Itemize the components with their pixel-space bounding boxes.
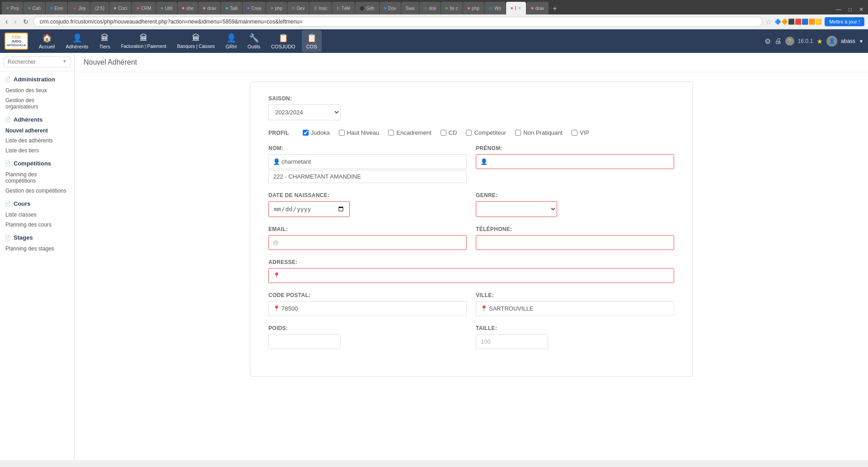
- profil-non-pratiquant[interactable]: Non Pratiquant: [515, 129, 563, 136]
- profil-encadrement[interactable]: Encadrement: [388, 129, 431, 136]
- maximize-button[interactable]: □: [846, 5, 854, 14]
- profil-cd-checkbox[interactable]: [441, 130, 446, 136]
- sidebar-item-planning-competitions[interactable]: Planning des compétitions: [0, 170, 74, 186]
- tab-active[interactable]: ■ I ✕: [506, 2, 526, 14]
- address-bar[interactable]: [33, 17, 763, 27]
- sidebar-section-adherents[interactable]: 📄 Adhérents: [0, 112, 74, 126]
- tab-dev[interactable]: D Dev: [287, 2, 309, 14]
- nom-input[interactable]: [268, 154, 467, 169]
- nav-adherents[interactable]: 👤 Adhérents: [61, 30, 93, 52]
- update-button[interactable]: Mettre à jour !: [825, 17, 864, 26]
- star-icon[interactable]: ★: [816, 37, 823, 46]
- stages-section-icon: 📄: [5, 235, 11, 241]
- reload-button[interactable]: ↻: [21, 17, 30, 26]
- tab-doli[interactable]: G doli: [419, 2, 441, 14]
- tab-jira[interactable]: ▲ Jira: [68, 2, 90, 14]
- nav-tiers[interactable]: 🏛 Tiers: [95, 31, 115, 52]
- profil-vip-checkbox[interactable]: [572, 130, 577, 136]
- profil-haut-niveau-checkbox[interactable]: [339, 130, 345, 136]
- tab-erre[interactable]: ■ Erre: [46, 2, 67, 14]
- tab-drav2[interactable]: ■ drav: [526, 2, 549, 14]
- tab-gith[interactable]: ⬤ Gith: [355, 2, 379, 14]
- tab-utili[interactable]: ■ Utili: [156, 2, 177, 14]
- ddn-input[interactable]: [268, 201, 350, 217]
- profil-judoka[interactable]: Judoka: [303, 129, 330, 136]
- tab-dov[interactable]: ■ Dov: [380, 2, 401, 14]
- cp-input[interactable]: [268, 301, 467, 316]
- profil-judoka-checkbox[interactable]: [303, 130, 309, 136]
- main-content: Nouvel Adhérent SAISON: 2022/2023 2023/2…: [75, 53, 868, 460]
- sidebar-item-nouvel-adherent[interactable]: Nouvel adherent: [0, 126, 74, 136]
- poids-field-container: POIDS:: [268, 325, 467, 349]
- print-icon[interactable]: 🖨: [774, 37, 782, 45]
- close-button[interactable]: ✕: [856, 5, 866, 14]
- sidebar-item-planning-cours[interactable]: Planning des cours: [0, 220, 74, 230]
- tab-she[interactable]: ■ she: [178, 2, 198, 14]
- tab-php2[interactable]: ■ php: [463, 2, 484, 14]
- tab-insc[interactable]: D Insc: [310, 2, 332, 14]
- nav-facturation[interactable]: 🏛 Facturation | Paiement: [117, 31, 171, 52]
- sidebar-item-liste-tiers[interactable]: Liste des tiers: [0, 146, 74, 156]
- nav-outils[interactable]: 🔧 Outils: [243, 30, 265, 52]
- profil-competiteur[interactable]: Compétiteur: [466, 129, 506, 136]
- adresse-input[interactable]: [268, 268, 674, 283]
- settings-icon[interactable]: ⚙: [765, 37, 771, 46]
- nav-accueil[interactable]: 🏠 Accueil: [34, 30, 59, 52]
- profil-non-pratiquant-checkbox[interactable]: [515, 130, 521, 136]
- tab-swa[interactable]: Swa: [401, 2, 419, 14]
- sidebar-item-planning-stages[interactable]: Planning des stages: [0, 244, 74, 254]
- tab-crea[interactable]: ■ Crea: [243, 2, 266, 14]
- sidebar-item-liste-adherents[interactable]: Liste des adhérents: [0, 136, 74, 146]
- taille-input[interactable]: [476, 334, 548, 349]
- profil-cd[interactable]: CD: [441, 129, 457, 136]
- genre-select[interactable]: Homme Femme: [476, 201, 557, 217]
- nav-cos[interactable]: 📋 COS: [302, 30, 322, 52]
- tab-cah[interactable]: ■ Cah: [23, 2, 45, 14]
- help-icon[interactable]: ?: [785, 37, 794, 46]
- back-button[interactable]: ‹: [4, 17, 9, 27]
- poids-input[interactable]: [268, 334, 341, 349]
- profil-vip[interactable]: VIP: [572, 129, 589, 136]
- new-tab-button[interactable]: +: [549, 3, 560, 14]
- nav-grh[interactable]: 👤 GRH: [221, 30, 241, 52]
- prenom-input[interactable]: [476, 154, 674, 169]
- telephone-input[interactable]: [476, 235, 674, 250]
- profil-encadrement-checkbox[interactable]: [388, 130, 394, 136]
- ville-input[interactable]: [476, 301, 674, 316]
- tab-wo[interactable]: W Wo: [484, 2, 506, 14]
- sidebar-search-container: ▼: [0, 53, 74, 71]
- tab-crm[interactable]: ■ CRM: [132, 2, 155, 14]
- nav-banques[interactable]: 🏛 Banques | Caisses: [173, 31, 219, 52]
- tab-drav[interactable]: ■ drav: [198, 2, 221, 14]
- minimize-button[interactable]: —: [833, 5, 844, 14]
- bookmark-icon[interactable]: ☆: [765, 18, 772, 26]
- tab-taili[interactable]: ■ Taili: [221, 2, 242, 14]
- tab-tele[interactable]: D Télé: [332, 2, 355, 14]
- forward-button[interactable]: ›: [12, 17, 18, 27]
- tab-ilec[interactable]: ■ Ile c: [441, 2, 463, 14]
- nav-cosjudo[interactable]: 📋 COSJUDO: [267, 30, 300, 52]
- sidebar-item-liste-classes[interactable]: Liste classes: [0, 210, 74, 220]
- sidebar-item-gestion-lieux[interactable]: Gestion des lieux: [0, 85, 74, 95]
- sidebar-item-gestion-organisateurs[interactable]: Gestion des organisateurs: [0, 95, 74, 112]
- nom-field-container: NOM: 👤 222 - CHARMETANT AMANDINE: [268, 145, 467, 183]
- search-dropdown-icon[interactable]: ▼: [62, 59, 67, 64]
- tab-coci[interactable]: ■ Coci: [109, 2, 131, 14]
- tab-php1[interactable]: ■ php: [266, 2, 287, 14]
- sidebar-section-administration[interactable]: 📄 Administration: [0, 71, 74, 85]
- profil-haut-niveau[interactable]: Haut Niveau: [339, 129, 380, 136]
- sidebar-section-cours[interactable]: 📄 Cours: [0, 196, 74, 210]
- nom-autocomplete[interactable]: 222 - CHARMETANT AMANDINE: [268, 170, 467, 183]
- search-input[interactable]: [4, 57, 70, 67]
- tab-mail[interactable]: (2:5): [90, 2, 109, 14]
- email-input[interactable]: [268, 235, 467, 250]
- adresse-input-wrapper: 📍: [268, 268, 674, 283]
- saison-select[interactable]: 2022/2023 2023/2024 2024/2025: [268, 104, 341, 120]
- sidebar-section-competitions[interactable]: 📄 Compétitions: [0, 156, 74, 170]
- user-dropdown-icon[interactable]: ▼: [859, 39, 863, 44]
- tab-proj[interactable]: ■ Proj: [2, 2, 23, 14]
- sidebar: ▼ 📄 Administration Gestion des lieux Ges…: [0, 53, 75, 460]
- profil-competiteur-checkbox[interactable]: [466, 130, 472, 136]
- sidebar-item-gestion-competitions[interactable]: Gestion des compétitions: [0, 186, 74, 196]
- sidebar-section-stages[interactable]: 📄 Stages: [0, 230, 74, 244]
